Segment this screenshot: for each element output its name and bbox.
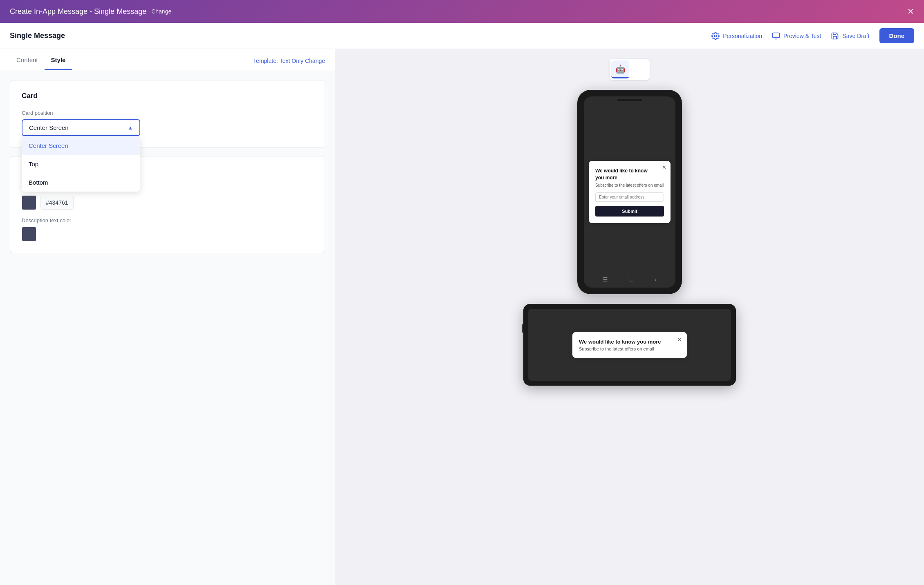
done-button[interactable]: Done bbox=[879, 28, 915, 43]
left-panel: Content Style Template: Text Only Change… bbox=[0, 49, 335, 585]
desc-color-swatch[interactable] bbox=[22, 227, 36, 241]
right-panel: 🤖 ✕ We would like to know you more Subsc… bbox=[335, 49, 924, 585]
title-color-field: #434761 bbox=[22, 195, 313, 210]
svg-point-0 bbox=[715, 35, 717, 37]
template-name: Text Only bbox=[280, 58, 303, 64]
device-switcher: 🤖 bbox=[610, 59, 650, 80]
save-icon bbox=[831, 32, 839, 40]
preview-test-button[interactable]: Preview & Test bbox=[772, 32, 821, 40]
android-device-button[interactable]: 🤖 bbox=[611, 60, 629, 78]
tablet-card-title: We would like to know you more bbox=[579, 339, 672, 345]
app-header-title-group: Create In-App Message - Single Message C… bbox=[10, 7, 171, 16]
template-info: Template: Text Only Change bbox=[253, 58, 325, 70]
phone-notch bbox=[617, 99, 642, 101]
nav-back-icon: ‹ bbox=[655, 276, 657, 283]
dropdown-menu: Center Screen Top Bottom bbox=[22, 136, 140, 192]
phone-in-app-card: ✕ We would like to know you more Subscri… bbox=[589, 161, 671, 223]
title-color-swatch[interactable] bbox=[22, 195, 36, 210]
content-area: Card Card position Center Screen ▲ Cente… bbox=[0, 70, 335, 271]
tablet-screen: ✕ We would like to know you more Subscri… bbox=[528, 309, 731, 381]
phone-card-subtitle: Subscribe to the latest offers on email bbox=[595, 183, 664, 188]
chevron-up-icon: ▲ bbox=[128, 125, 133, 131]
phone-card-title: We would like to know you more bbox=[595, 167, 657, 181]
card-position-dropdown[interactable]: Center Screen ▲ Center Screen Top Bottom bbox=[22, 119, 140, 136]
main-layout: Content Style Template: Text Only Change… bbox=[0, 49, 924, 585]
nav-home-icon: □ bbox=[630, 276, 633, 283]
card-section-title: Card bbox=[22, 92, 313, 100]
personalization-label: Personalization bbox=[723, 33, 762, 39]
tablet-mockup: ✕ We would like to know you more Subscri… bbox=[523, 304, 736, 386]
preview-test-label: Preview & Test bbox=[783, 33, 821, 39]
template-change-link[interactable]: Change bbox=[305, 58, 325, 64]
personalization-button[interactable]: Personalization bbox=[711, 32, 762, 40]
phone-nav-bar: ☰ □ ‹ bbox=[584, 275, 675, 284]
ios-device-button[interactable] bbox=[630, 60, 648, 78]
nav-menu-icon: ☰ bbox=[603, 276, 608, 283]
page-title: Single Message bbox=[10, 31, 65, 40]
gear-icon bbox=[711, 32, 720, 40]
toolbar: Personalization Preview & Test Save Draf… bbox=[711, 28, 914, 43]
tablet-side-button bbox=[522, 324, 523, 333]
sub-header: Single Message Personalization Preview &… bbox=[0, 23, 924, 49]
save-draft-label: Save Draft bbox=[842, 33, 869, 39]
desc-color-field bbox=[22, 227, 313, 241]
svg-rect-1 bbox=[773, 33, 780, 38]
title-color-value[interactable]: #434761 bbox=[40, 196, 74, 210]
app-title: Create In-App Message - Single Message bbox=[10, 7, 146, 16]
app-header: Create In-App Message - Single Message C… bbox=[0, 0, 924, 23]
header-change-link[interactable]: Change bbox=[151, 8, 171, 15]
tab-content[interactable]: Content bbox=[10, 51, 45, 70]
phone-card-email-input[interactable] bbox=[595, 192, 664, 202]
dropdown-item-top[interactable]: Top bbox=[22, 155, 140, 173]
tablet-card-close-icon[interactable]: ✕ bbox=[677, 336, 682, 343]
phone-card-close-icon[interactable]: ✕ bbox=[662, 164, 666, 170]
tab-style[interactable]: Style bbox=[45, 51, 72, 70]
tablet-card-subtitle: Subscribe to the latest offers on email bbox=[579, 346, 680, 351]
save-draft-button[interactable]: Save Draft bbox=[831, 32, 869, 40]
phone-card-submit-button[interactable]: Submit bbox=[595, 206, 664, 217]
phone-screen: ✕ We would like to know you more Subscri… bbox=[584, 96, 675, 288]
dropdown-item-bottom[interactable]: Bottom bbox=[22, 173, 140, 192]
eye-icon bbox=[772, 32, 780, 40]
tab-bar: Content Style Template: Text Only Change bbox=[0, 49, 335, 70]
card-position-label: Card position bbox=[22, 110, 313, 116]
desc-color-label: Description text color bbox=[22, 217, 313, 223]
dropdown-selected-value: Center Screen bbox=[29, 124, 69, 131]
close-button[interactable]: ✕ bbox=[907, 7, 914, 16]
tablet-in-app-card: ✕ We would like to know you more Subscri… bbox=[572, 332, 687, 358]
dropdown-selected[interactable]: Center Screen ▲ bbox=[22, 119, 140, 136]
card-section: Card Card position Center Screen ▲ Cente… bbox=[10, 80, 325, 148]
dropdown-item-center[interactable]: Center Screen bbox=[22, 136, 140, 155]
android-icon: 🤖 bbox=[615, 64, 626, 74]
phone-mockup: ✕ We would like to know you more Subscri… bbox=[577, 90, 682, 294]
